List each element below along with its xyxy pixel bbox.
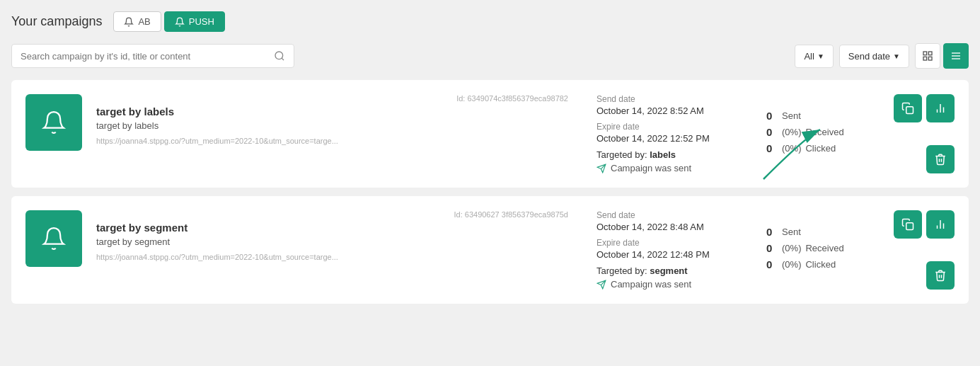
campaign-details-1: Send date October 14, 2022 8:48 AM Expir… xyxy=(582,210,738,290)
toolbar-row: All ▼ Send date ▼ xyxy=(11,43,969,69)
search-box[interactable] xyxy=(11,44,294,68)
campaign-bell-icon-1 xyxy=(41,226,67,251)
svg-rect-3 xyxy=(928,52,932,55)
grid-icon xyxy=(922,50,933,62)
stats-icon-0 xyxy=(934,102,947,115)
list-icon xyxy=(950,50,962,62)
campaigns-list: Id: 6349074c3f856379eca98782 target by l… xyxy=(11,80,969,304)
stat-clicked-0: 0 (0%) Clicked xyxy=(766,142,880,154)
campaign-title-1: target by segment xyxy=(96,222,568,234)
campaign-stats-1: 0 Sent 0 (0%) Received 0 (0%) Clicked xyxy=(738,210,880,290)
bell-icon-push xyxy=(175,17,185,27)
stat-received-1: 0 (0%) Received xyxy=(766,242,880,254)
send-date-value-0: October 14, 2022 8:52 AM xyxy=(596,105,738,116)
targeted-value-0: labels xyxy=(650,149,676,160)
filter-chevron-icon: ▼ xyxy=(817,52,824,60)
campaign-subtitle-1: target by segment xyxy=(96,236,568,247)
delete-button-0[interactable] xyxy=(926,145,955,173)
expire-date-value-1: October 14, 2022 12:48 PM xyxy=(596,249,738,260)
page-title: Your campaigns xyxy=(11,14,102,29)
campaign-info-1: Id: 63490627 3f856379eca9875d target by … xyxy=(96,210,568,290)
svg-rect-5 xyxy=(928,57,932,60)
header-row: Your campaigns AB PUSH xyxy=(11,11,969,32)
campaign-status-0: Campaign was sent xyxy=(596,163,738,173)
campaign-id-0: Id: 6349074c3f856379eca98782 xyxy=(96,94,568,103)
campaign-stats-0: 0 Sent 0 (0%) Received 0 (0%) Clicked xyxy=(738,94,880,173)
targeted-row-0: Targeted by: labels xyxy=(596,149,738,160)
copy-button-1[interactable] xyxy=(894,210,922,239)
filter-dropdown[interactable]: All ▼ xyxy=(795,45,833,68)
delete-button-1[interactable] xyxy=(926,261,955,290)
tab-push[interactable]: PUSH xyxy=(164,11,225,32)
expire-date-value-0: October 14, 2022 12:52 PM xyxy=(596,133,738,144)
campaign-title-0: target by labels xyxy=(96,105,568,118)
campaign-info-0: Id: 6349074c3f856379eca98782 target by l… xyxy=(96,94,568,173)
search-input[interactable] xyxy=(21,51,270,62)
send-date-value-1: October 14, 2022 8:48 AM xyxy=(596,222,738,232)
copy-icon-0 xyxy=(901,102,914,115)
stat-received-0: 0 (0%) Received xyxy=(766,126,880,138)
send-icon-0 xyxy=(596,164,606,173)
toolbar-right: All ▼ Send date ▼ xyxy=(795,43,969,69)
tab-buttons: AB PUSH xyxy=(113,11,224,32)
sort-chevron-icon: ▼ xyxy=(893,52,900,60)
stats-icon-1 xyxy=(934,218,947,231)
campaign-card-1: Id: 63490627 3f856379eca9875d target by … xyxy=(11,196,969,304)
campaign-icon-1 xyxy=(25,210,82,267)
targeted-row-1: Targeted by: segment xyxy=(596,265,738,276)
expire-date-label-0: Expire date xyxy=(596,122,738,132)
copy-button-0[interactable] xyxy=(894,94,922,122)
stat-sent-0: 0 Sent xyxy=(766,110,880,122)
tab-ab[interactable]: AB xyxy=(113,11,161,32)
stats-button-0[interactable] xyxy=(926,94,955,122)
campaign-details-0: Send date October 14, 2022 8:52 AM Expir… xyxy=(582,94,738,173)
svg-rect-2 xyxy=(923,52,927,55)
delete-icon-1 xyxy=(934,269,947,282)
targeted-value-1: segment xyxy=(650,265,687,276)
campaign-subtitle-0: target by labels xyxy=(96,120,568,131)
campaign-icon-0 xyxy=(25,94,82,151)
campaign-card-0: Id: 6349074c3f856379eca98782 target by l… xyxy=(11,80,969,188)
grid-view-button[interactable] xyxy=(915,43,940,69)
action-top-0 xyxy=(894,94,955,122)
campaign-card-wrapper-0: Id: 6349074c3f856379eca98782 target by l… xyxy=(11,80,969,188)
search-icon xyxy=(274,50,285,62)
copy-icon-1 xyxy=(901,218,914,231)
campaign-url-0: https://joanna4.stppg.co/?utm_medium=202… xyxy=(96,137,568,145)
campaign-actions-1 xyxy=(880,210,955,290)
stat-sent-1: 0 Sent xyxy=(766,226,880,238)
campaign-url-1: https://joanna4.stppg.co/?utm_medium=202… xyxy=(96,253,568,261)
view-buttons xyxy=(915,43,969,69)
svg-rect-4 xyxy=(923,57,927,60)
campaign-card-wrapper-1: Id: 63490627 3f856379eca9875d target by … xyxy=(11,196,969,304)
list-view-button[interactable] xyxy=(943,43,969,69)
sort-dropdown[interactable]: Send date ▼ xyxy=(839,45,909,68)
svg-rect-11 xyxy=(906,107,913,114)
campaign-status-1: Campaign was sent xyxy=(596,279,738,290)
action-top-1 xyxy=(894,210,955,239)
campaign-actions-0 xyxy=(880,94,955,173)
stat-clicked-1: 0 (0%) Clicked xyxy=(766,258,880,270)
bell-icon-ab xyxy=(124,17,134,27)
delete-icon-0 xyxy=(934,153,947,166)
svg-rect-18 xyxy=(906,223,913,230)
expire-date-label-1: Expire date xyxy=(596,238,738,248)
svg-point-0 xyxy=(275,52,283,59)
svg-line-1 xyxy=(282,58,284,60)
send-icon-1 xyxy=(596,280,606,290)
stats-button-1[interactable] xyxy=(926,210,955,239)
campaign-id-1: Id: 63490627 3f856379eca9875d xyxy=(96,210,568,219)
send-date-label-1: Send date xyxy=(596,210,738,220)
campaign-bell-icon-0 xyxy=(41,110,67,135)
send-date-label-0: Send date xyxy=(596,94,738,104)
